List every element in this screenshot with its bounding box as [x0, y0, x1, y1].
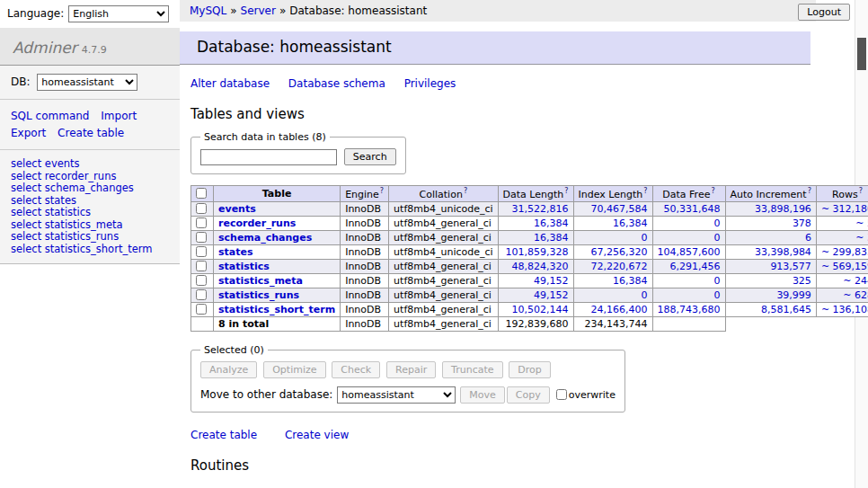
sidebar-table-link[interactable]: select states — [11, 195, 169, 208]
data-free-link[interactable]: 104,857,600 — [658, 246, 721, 258]
index-length-link[interactable]: 16,384 — [613, 275, 648, 287]
table-name-link[interactable]: statistics_runs — [218, 289, 299, 301]
breadcrumb-link-server[interactable]: Server — [241, 4, 276, 17]
overwrite-checkbox[interactable] — [556, 389, 567, 400]
help-icon[interactable]: ? — [380, 187, 384, 195]
create-table-link[interactable]: Create table — [190, 429, 257, 441]
breadcrumb-link-mysql[interactable]: MySQL — [190, 4, 226, 17]
row-checkbox[interactable] — [196, 217, 207, 228]
optimize-button[interactable]: Optimize — [263, 361, 325, 378]
data-length-link[interactable]: 31,522,816 — [512, 203, 569, 215]
index-length-link[interactable]: 67,256,320 — [591, 246, 648, 258]
move-db-select[interactable]: homeassistant — [337, 386, 456, 404]
auto-increment-link[interactable]: 33,898,196 — [755, 203, 811, 215]
search-button[interactable]: Search — [344, 148, 396, 165]
sidebar-table-link[interactable]: select statistics — [11, 207, 169, 219]
scrollbar-thumb[interactable] — [857, 38, 866, 70]
help-icon[interactable]: ? — [564, 187, 568, 195]
data-free-link[interactable]: 6,291,456 — [670, 261, 721, 272]
row-checkbox[interactable] — [196, 289, 207, 300]
auto-increment-link[interactable]: 378 — [793, 217, 811, 229]
alter-database-link[interactable]: Alter database — [190, 77, 270, 90]
index-length-link[interactable]: 72,220,672 — [591, 261, 648, 272]
index-length-link[interactable]: 16,384 — [613, 217, 648, 229]
table-name-link[interactable]: recorder_runs — [218, 217, 296, 229]
sidebar-link-sql-command[interactable]: SQL command — [11, 110, 89, 122]
auto-increment-link[interactable]: 8,581,645 — [761, 304, 811, 315]
sidebar-link-import[interactable]: Import — [101, 110, 137, 122]
data-free-link[interactable]: 0 — [714, 232, 721, 244]
copy-button[interactable]: Copy — [507, 386, 550, 404]
overwrite-label-wrap[interactable]: overwrite — [556, 389, 616, 401]
data-length-link[interactable]: 101,859,328 — [506, 246, 569, 258]
index-length-link[interactable]: 0 — [642, 232, 648, 244]
data-free-link[interactable]: 0 — [714, 275, 721, 287]
help-icon[interactable]: ? — [464, 187, 467, 195]
select-all-checkbox[interactable] — [196, 188, 207, 199]
index-length-link[interactable]: 24,166,400 — [591, 304, 648, 315]
data-length-link[interactable]: 10,502,144 — [512, 304, 569, 315]
row-checkbox[interactable] — [196, 261, 207, 271]
table-name-link[interactable]: statistics_meta — [218, 275, 303, 287]
row-checkbox[interactable] — [196, 232, 207, 243]
sidebar-table-link[interactable]: select statistics_meta — [11, 219, 169, 232]
auto-increment-link[interactable]: 33,398,984 — [755, 246, 811, 258]
move-button[interactable]: Move — [460, 386, 505, 404]
table-name-link[interactable]: states — [218, 246, 253, 258]
data-length-link[interactable]: 49,152 — [534, 275, 569, 287]
rows-count-link[interactable]: ~ 136,108 — [821, 304, 868, 315]
sidebar-table-link[interactable]: select events — [11, 158, 169, 171]
sidebar-table-link[interactable]: select schema_changes — [11, 182, 169, 195]
sidebar-table-link[interactable]: select recorder_runs — [11, 171, 169, 183]
row-checkbox[interactable] — [196, 304, 207, 315]
row-checkbox[interactable] — [196, 275, 207, 286]
drop-button[interactable]: Drop — [509, 361, 550, 378]
table-name-link[interactable]: schema_changes — [218, 232, 312, 244]
sidebar-table-link[interactable]: select statistics_short_term — [11, 244, 169, 256]
column-header-rows[interactable]: Rows? — [816, 186, 868, 202]
rows-count-link[interactable]: ~ 312,180 — [821, 203, 868, 215]
rows-count-link[interactable]: ~ 569,159 — [821, 261, 868, 272]
column-header-data-free[interactable]: Data Free? — [652, 186, 725, 202]
data-free-link[interactable]: 188,743,680 — [658, 304, 721, 315]
column-header-index-length[interactable]: Index Length? — [573, 186, 652, 202]
row-checkbox[interactable] — [196, 246, 207, 257]
data-free-link[interactable]: 50,331,648 — [664, 203, 721, 215]
column-header-data-length[interactable]: Data Length? — [498, 186, 573, 202]
create-view-link[interactable]: Create view — [285, 429, 349, 441]
truncate-button[interactable]: Truncate — [442, 361, 502, 378]
repair-button[interactable]: Repair — [386, 361, 436, 378]
table-name-link[interactable]: statistics_short_term — [218, 304, 335, 315]
help-icon[interactable]: ? — [859, 187, 863, 195]
auto-increment-link[interactable]: 913,577 — [770, 261, 811, 272]
help-icon[interactable]: ? — [808, 187, 811, 195]
rows-count-link[interactable]: ~ 3 — [855, 232, 868, 244]
check-button[interactable]: Check — [332, 361, 380, 378]
rows-count-link[interactable]: ~ 244 — [843, 275, 868, 287]
table-name-link[interactable]: events — [218, 203, 256, 215]
auto-increment-link[interactable]: 325 — [793, 275, 811, 287]
index-length-link[interactable]: 70,467,584 — [591, 203, 648, 215]
data-free-link[interactable]: 0 — [714, 217, 721, 229]
language-select[interactable]: English — [68, 5, 169, 22]
db-select[interactable]: homeassistant — [37, 74, 137, 91]
table-name-link[interactable]: statistics — [218, 261, 270, 272]
data-length-link[interactable]: 16,384 — [534, 232, 569, 244]
analyze-button[interactable]: Analyze — [200, 361, 257, 378]
help-icon[interactable]: ? — [643, 187, 647, 195]
data-length-link[interactable]: 16,384 — [534, 217, 569, 229]
rows-count-link[interactable]: ~ 299,833 — [821, 246, 868, 258]
column-header-auto-increment[interactable]: Auto Increment? — [725, 186, 816, 202]
privileges-link[interactable]: Privileges — [404, 77, 456, 90]
column-header-collation[interactable]: Collation? — [389, 186, 498, 202]
data-length-link[interactable]: 49,152 — [534, 289, 569, 301]
column-header-table[interactable]: Table — [214, 186, 341, 202]
auto-increment-link[interactable]: 39,999 — [776, 289, 811, 301]
adminer-logo-link[interactable]: Adminer — [13, 39, 77, 57]
index-length-link[interactable]: 0 — [642, 289, 648, 301]
logout-button[interactable]: Logout — [798, 4, 850, 21]
rows-count-link[interactable]: ~ 5 — [855, 217, 868, 229]
sidebar-table-link[interactable]: select statistics_runs — [11, 231, 169, 244]
data-free-link[interactable]: 0 — [714, 289, 721, 301]
rows-count-link[interactable]: ~ 628 — [843, 289, 868, 301]
